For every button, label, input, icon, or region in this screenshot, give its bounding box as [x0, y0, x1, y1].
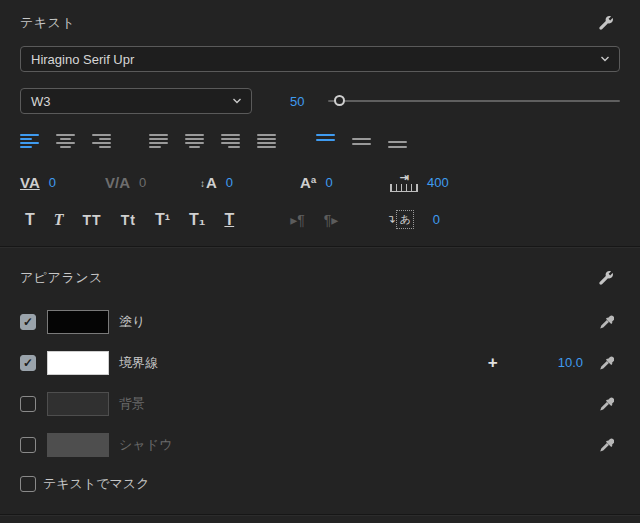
kerning-icon[interactable]: V/A: [105, 175, 130, 190]
eyedropper-icon[interactable]: [599, 396, 614, 411]
fill-color-swatch[interactable]: [47, 310, 109, 334]
add-stroke-icon[interactable]: +: [488, 353, 498, 373]
chevron-down-icon: [591, 47, 619, 71]
small-caps-icon[interactable]: Tt: [121, 213, 136, 227]
stroke-row: ✓ 境界線 + 10.0: [0, 342, 640, 383]
leading-letter: A: [206, 174, 217, 191]
faux-bold-icon[interactable]: T: [25, 212, 35, 228]
fill-label: 塗り: [119, 313, 145, 331]
align-left-icon[interactable]: [20, 134, 39, 148]
stroke-checkbox[interactable]: ✓: [20, 355, 36, 371]
stroke-width-value[interactable]: 10.0: [558, 355, 583, 370]
tatechuyoko-icon[interactable]: ↴ あ: [386, 210, 413, 229]
text-section-title: テキスト: [20, 14, 75, 32]
justify-last-left-icon[interactable]: [149, 134, 168, 148]
shadow-label: シャドウ: [119, 436, 172, 454]
slider-track: [328, 100, 620, 102]
wrench-icon[interactable]: [598, 270, 614, 286]
mask-with-text-row: テキストでマスク: [0, 465, 640, 503]
justify-last-center-icon[interactable]: [185, 134, 204, 148]
line-length-value[interactable]: 400: [427, 175, 449, 190]
tracking-control: VA 0: [20, 175, 105, 190]
down-arrow-icon: ↴: [386, 213, 395, 226]
font-size-slider[interactable]: [328, 94, 620, 108]
alignment-row: [20, 134, 620, 148]
tracking-icon[interactable]: VA: [20, 175, 40, 190]
stroke-label: 境界線: [119, 354, 158, 372]
shadow-color-swatch[interactable]: [47, 433, 109, 457]
align-center-icon[interactable]: [56, 134, 75, 148]
leading-value[interactable]: 0: [226, 175, 233, 190]
kerning-control: V/A 0: [105, 175, 200, 190]
baseline-shift-icon[interactable]: Aª: [300, 175, 316, 190]
underline-icon[interactable]: T: [224, 212, 234, 228]
up-down-arrow-icon: ↕: [200, 178, 205, 189]
fill-row: ✓ 塗り: [0, 301, 640, 342]
check-icon: ✓: [23, 357, 33, 369]
background-label: 背景: [119, 395, 145, 413]
arrow-to-bar-icon: ⇥: [399, 172, 408, 183]
justify-last-right-icon[interactable]: [221, 134, 240, 148]
align-bottom-icon[interactable]: [388, 134, 407, 148]
align-middle-icon[interactable]: [352, 134, 371, 148]
appearance-section-header: アピアランス: [0, 247, 640, 291]
mask-checkbox[interactable]: [20, 476, 36, 492]
mask-label: テキストでマスク: [43, 475, 149, 493]
wrench-icon[interactable]: [598, 15, 614, 31]
all-caps-icon[interactable]: TT: [83, 213, 102, 227]
baseline-shift-control: Aª 0: [300, 175, 390, 190]
shadow-row: シャドウ: [0, 424, 640, 465]
vertical-align-group: [316, 134, 407, 148]
font-family-value: Hiragino Serif Upr: [21, 52, 591, 67]
subscript-icon[interactable]: T₁: [189, 212, 205, 228]
font-style-value: W3: [21, 94, 223, 109]
baseline-shift-value[interactable]: 0: [325, 175, 332, 190]
leading-control: ↕A 0: [200, 175, 300, 190]
fill-checkbox[interactable]: ✓: [20, 314, 36, 330]
paragraph-direction-rtl-icon[interactable]: ¶▸: [324, 213, 339, 227]
bottom-divider: [0, 514, 640, 515]
line-length-icon[interactable]: ⇥: [390, 172, 418, 192]
eyedropper-icon[interactable]: [599, 355, 614, 370]
background-row: 背景: [0, 383, 640, 424]
appearance-rows: ✓ 塗り ✓ 境界線 + 10.0: [0, 301, 640, 503]
background-checkbox[interactable]: [20, 396, 36, 412]
align-right-icon[interactable]: [92, 134, 111, 148]
text-style-row: T T TT Tt T¹ T₁ T ▸¶ ¶▸ ↴ あ 0: [25, 210, 620, 229]
leading-icon[interactable]: ↕A: [200, 175, 217, 190]
background-color-swatch[interactable]: [47, 392, 109, 416]
font-style-dropdown[interactable]: W3: [20, 88, 252, 114]
stroke-color-swatch[interactable]: [47, 351, 109, 375]
justify-group: [149, 134, 276, 148]
tracking-value[interactable]: 0: [49, 175, 56, 190]
slider-knob[interactable]: [334, 95, 345, 106]
kerning-value[interactable]: 0: [139, 175, 146, 190]
tatechuyoko-char: あ: [396, 210, 413, 229]
superscript-icon[interactable]: T¹: [155, 212, 170, 228]
faux-italic-icon[interactable]: T: [54, 212, 64, 228]
line-length-control: ⇥ 400: [390, 172, 449, 192]
paragraph-direction-ltr-icon[interactable]: ▸¶: [290, 213, 305, 227]
justify-all-icon[interactable]: [257, 134, 276, 148]
check-icon: ✓: [23, 316, 33, 328]
eyedropper-icon[interactable]: [599, 314, 614, 329]
text-section-header: テキスト: [0, 0, 640, 36]
chevron-down-icon: [223, 89, 251, 113]
align-top-icon[interactable]: [316, 134, 335, 148]
shadow-checkbox[interactable]: [20, 437, 36, 453]
appearance-section-title: アピアランス: [20, 269, 103, 287]
text-properties-panel: テキスト Hiragino Serif Upr W3 50: [0, 0, 640, 523]
font-family-dropdown[interactable]: Hiragino Serif Upr: [20, 46, 620, 72]
horizontal-align-group: [20, 134, 111, 148]
tatechuyoko-value[interactable]: 0: [433, 212, 440, 227]
eyedropper-icon[interactable]: [599, 437, 614, 452]
font-size-value[interactable]: 50: [290, 94, 312, 109]
font-style-size-row: W3 50: [20, 88, 620, 114]
spacing-props-row: VA 0 V/A 0 ↕A 0 Aª 0 ⇥ 400: [20, 172, 620, 192]
ruler-icon: [390, 184, 418, 192]
